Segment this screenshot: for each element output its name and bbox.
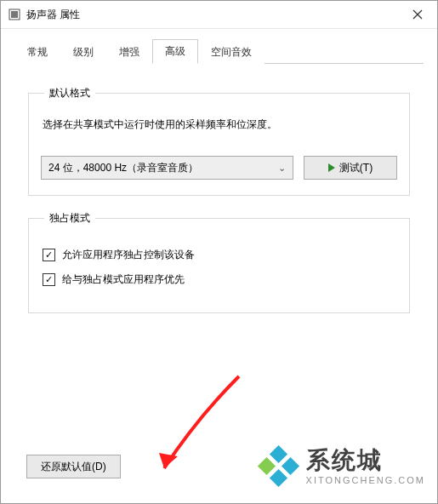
- title-bar: 扬声器 属性: [1, 1, 437, 29]
- watermark-logo-icon: [260, 448, 298, 485]
- tab-enhancements[interactable]: 增强: [106, 40, 152, 64]
- dialog-window: 扬声器 属性 常规 级别 增强 高级 空间音效 默认格式 选择在共享模式中运行时…: [0, 0, 438, 504]
- tab-spatial[interactable]: 空间音效: [198, 40, 265, 64]
- tab-general[interactable]: 常规: [14, 40, 60, 64]
- test-button[interactable]: 测试(T): [304, 156, 397, 180]
- svg-rect-1: [11, 11, 18, 18]
- tab-levels[interactable]: 级别: [60, 40, 106, 64]
- restore-defaults-button[interactable]: 还原默认值(D): [26, 455, 121, 478]
- tab-strip: 常规 级别 增强 高级 空间音效: [14, 41, 424, 64]
- tab-panel-advanced: 默认格式 选择在共享模式中运行时使用的采样频率和位深度。 24 位，48000 …: [14, 64, 424, 347]
- exclusive-mode-legend: 独占模式: [44, 211, 95, 226]
- restore-defaults-area: 还原默认值(D): [26, 455, 121, 478]
- exclusive-allow-row[interactable]: ✓ 允许应用程序独占控制该设备: [43, 248, 397, 262]
- svg-marker-4: [159, 453, 178, 468]
- exclusive-priority-row[interactable]: ✓ 给与独占模式应用程序优先: [43, 272, 397, 287]
- app-icon: [8, 8, 21, 21]
- default-format-legend: 默认格式: [44, 86, 95, 100]
- default-format-group: 默认格式 选择在共享模式中运行时使用的采样频率和位深度。 24 位，48000 …: [28, 86, 410, 196]
- sample-format-combobox[interactable]: 24 位，48000 Hz（录音室音质） ⌄: [41, 156, 293, 180]
- tab-advanced[interactable]: 高级: [152, 39, 198, 64]
- client-area: 常规 级别 增强 高级 空间音效 默认格式 选择在共享模式中运行时使用的采样频率…: [1, 29, 437, 504]
- annotation-arrow: [145, 368, 247, 487]
- checkbox-exclusive-priority[interactable]: ✓: [43, 273, 55, 286]
- watermark-url: XITONGCHENG.COM: [306, 476, 425, 485]
- chevron-down-icon: ⌄: [278, 163, 286, 174]
- window-title: 扬声器 属性: [26, 8, 398, 22]
- checkbox-allow-exclusive[interactable]: ✓: [43, 249, 55, 261]
- watermark: 系统城 XITONGCHENG.COM: [260, 448, 425, 485]
- restore-defaults-label: 还原默认值(D): [41, 460, 106, 474]
- exclusive-mode-group: 独占模式 ✓ 允许应用程序独占控制该设备 ✓ 给与独占模式应用程序优先: [28, 211, 410, 313]
- exclusive-priority-label: 给与独占模式应用程序优先: [62, 272, 185, 287]
- sample-format-value: 24 位，48000 Hz（录音室音质）: [48, 161, 198, 175]
- test-button-label: 测试(T): [339, 161, 373, 175]
- watermark-name: 系统城: [306, 449, 425, 472]
- play-icon: [328, 163, 335, 172]
- exclusive-allow-label: 允许应用程序独占控制该设备: [62, 248, 195, 262]
- close-button[interactable]: [398, 1, 437, 28]
- default-format-description: 选择在共享模式中运行时使用的采样频率和位深度。: [43, 117, 397, 132]
- close-icon: [412, 9, 423, 20]
